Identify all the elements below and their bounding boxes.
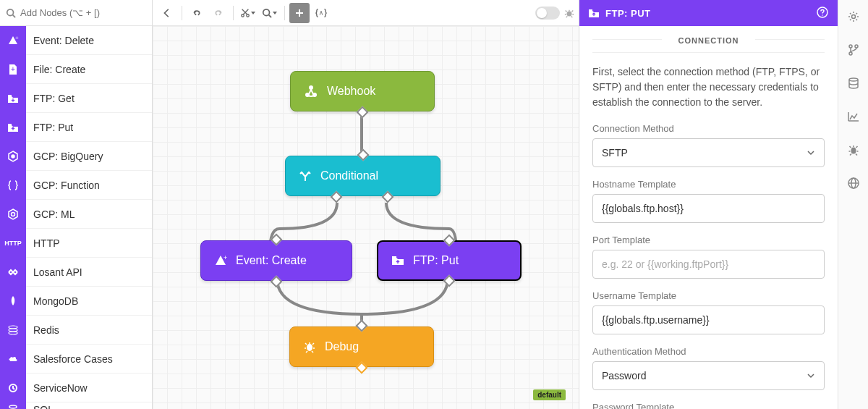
hostname-input[interactable] xyxy=(592,194,825,223)
host-label: Hostname Template xyxy=(592,179,825,190)
svg-point-11 xyxy=(242,14,244,17)
bug-icon xyxy=(303,340,316,353)
svg-text:+: + xyxy=(224,254,227,261)
section-title: CONNECTION xyxy=(592,26,825,53)
node-item-ftp-put[interactable]: FTP: Put xyxy=(0,113,152,142)
gear-icon[interactable] xyxy=(847,10,860,26)
bug-toggle-icon xyxy=(564,8,574,18)
pass-label: Password Template xyxy=(592,402,825,409)
svg-line-1 xyxy=(13,14,16,17)
cut-menu[interactable] xyxy=(238,3,258,23)
username-input[interactable] xyxy=(592,305,825,334)
node-item-file-create[interactable]: +File: Create xyxy=(0,55,152,84)
svg-point-20 xyxy=(307,344,312,351)
bug-icon[interactable] xyxy=(847,143,860,159)
node-item-mongodb[interactable]: MongoDB xyxy=(0,287,152,316)
method-label: Connection Method xyxy=(592,123,825,134)
flow-node-debug[interactable]: Debug xyxy=(289,326,434,367)
port-label: Port Template xyxy=(592,235,825,245)
svg-point-0 xyxy=(7,9,14,15)
triangle-plus-icon: + xyxy=(214,254,227,267)
canvas-toolbar xyxy=(153,0,579,26)
svg-point-23 xyxy=(849,45,852,48)
svg-point-7 xyxy=(9,329,17,332)
node-item-gcp-function[interactable]: GCP: Function xyxy=(0,171,152,200)
svg-point-10 xyxy=(9,405,17,408)
port-input[interactable] xyxy=(592,250,825,279)
back-button[interactable] xyxy=(157,3,177,23)
svg-point-12 xyxy=(247,14,250,17)
properties-panel: FTP: PUT CONNECTION First, select the co… xyxy=(579,0,838,409)
code-braces-button[interactable] xyxy=(311,3,331,23)
panel-header: FTP: PUT xyxy=(579,0,838,26)
redo-button[interactable] xyxy=(208,3,229,23)
node-item-sql[interactable]: SQL xyxy=(0,402,152,409)
node-item-servicenow[interactable]: ServiceNow xyxy=(0,374,152,402)
svg-point-27 xyxy=(851,148,856,154)
globe-icon[interactable] xyxy=(847,177,860,193)
svg-point-4 xyxy=(12,155,14,158)
flow-node-conditional[interactable]: Conditional xyxy=(285,156,441,196)
node-item-ftp-get[interactable]: FTP: Get xyxy=(0,84,152,113)
folder-up-icon xyxy=(391,254,404,267)
user-label: Username Template xyxy=(592,290,825,301)
node-palette: +Event: Delete +File: Create FTP: Get FT… xyxy=(0,0,153,409)
node-item-salesforce[interactable]: Salesforce Cases xyxy=(0,345,152,374)
workflow-canvas[interactable]: Webhook Conditional + Event: Create FTP:… xyxy=(153,26,579,409)
node-list: +Event: Delete +File: Create FTP: Get FT… xyxy=(0,26,152,409)
svg-point-13 xyxy=(263,9,270,15)
database-icon[interactable] xyxy=(847,77,860,93)
svg-point-18 xyxy=(310,86,312,89)
svg-text:+: + xyxy=(11,65,15,73)
search-icon xyxy=(6,8,16,18)
node-item-http[interactable]: HTTPHTTP xyxy=(0,229,152,258)
panel-description: First, select the connection method (FTP… xyxy=(592,64,825,110)
node-item-gcp-ml[interactable]: GCP: ML xyxy=(0,200,152,229)
node-item-gcp-bigquery[interactable]: GCP: BigQuery xyxy=(0,142,152,171)
svg-point-5 xyxy=(12,212,15,216)
node-item-redis[interactable]: Redis xyxy=(0,316,152,345)
svg-point-8 xyxy=(9,332,17,334)
node-search-input[interactable] xyxy=(20,7,146,18)
svg-point-22 xyxy=(851,15,855,19)
svg-line-14 xyxy=(269,14,272,17)
flow-node-ftp-put[interactable]: FTP: Put xyxy=(377,240,522,281)
flow-node-event-create[interactable]: + Event: Create xyxy=(200,240,352,281)
right-rail xyxy=(838,0,868,409)
svg-point-6 xyxy=(9,326,17,329)
undo-button[interactable] xyxy=(187,3,207,23)
svg-point-24 xyxy=(849,52,852,55)
chart-icon[interactable] xyxy=(847,110,860,126)
help-button[interactable] xyxy=(816,6,829,21)
svg-text:+: + xyxy=(15,35,19,41)
branch-icon xyxy=(299,169,312,182)
default-badge: default xyxy=(533,389,566,400)
git-branch-icon[interactable] xyxy=(847,43,860,59)
connection-method-select[interactable]: SFTP xyxy=(592,138,825,167)
svg-point-15 xyxy=(567,11,572,16)
auth-method-select[interactable]: Password xyxy=(592,361,825,390)
node-item-event-delete[interactable]: +Event: Delete xyxy=(0,26,152,55)
node-item-losant-api[interactable]: Losant API xyxy=(0,258,152,287)
node-search[interactable] xyxy=(0,0,152,26)
add-button[interactable] xyxy=(289,3,310,23)
svg-point-26 xyxy=(849,78,858,81)
webhook-icon xyxy=(304,84,318,98)
svg-point-25 xyxy=(855,45,858,48)
workflow-canvas-area: Webhook Conditional + Event: Create FTP:… xyxy=(153,0,579,409)
canvas-toggle[interactable] xyxy=(535,7,560,20)
zoom-menu[interactable] xyxy=(260,3,280,23)
folder-up-icon xyxy=(588,7,600,19)
flow-node-webhook[interactable]: Webhook xyxy=(290,71,435,111)
auth-label: Authentication Method xyxy=(592,346,825,357)
